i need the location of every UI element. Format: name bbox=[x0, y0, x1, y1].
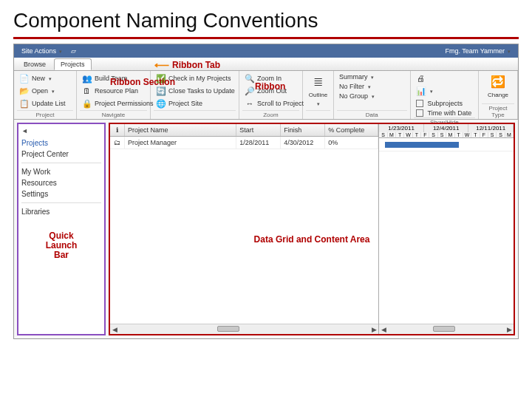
change-type-button[interactable]: 🔁Change bbox=[482, 72, 514, 99]
site-icon: 🌐 bbox=[156, 98, 166, 109]
caret-icon bbox=[366, 83, 371, 90]
gantt-week-header: 1/23/2011 12/4/2011 12/11/2011 bbox=[379, 124, 514, 132]
filter-select[interactable]: No Filter bbox=[337, 82, 377, 91]
group-select[interactable]: No Group bbox=[337, 92, 377, 100]
divider bbox=[21, 202, 101, 203]
print-button[interactable]: 🖨 bbox=[414, 72, 435, 84]
subprojects-toggle[interactable]: Subprojects bbox=[414, 99, 474, 108]
hscroll-left[interactable]: ◀ ▶ bbox=[110, 324, 378, 334]
caret-icon bbox=[47, 75, 52, 82]
ql-libraries[interactable]: Libraries bbox=[21, 206, 101, 217]
new-button[interactable]: 📄New bbox=[17, 72, 68, 84]
section-label-project: Project bbox=[17, 110, 73, 118]
section-label-zoom: Zoom bbox=[242, 110, 299, 118]
gantt-grid: 1/23/2011 12/4/2011 12/11/2011 SMTWTFSSM… bbox=[379, 124, 514, 334]
ribbon: 📄New 📂Open 📋Update List Project 👥Build T… bbox=[14, 71, 518, 120]
checkbox-icon bbox=[416, 109, 423, 117]
view-value: Summary bbox=[339, 73, 368, 81]
ql-project-center[interactable]: Project Center bbox=[21, 149, 101, 160]
checkbox-icon bbox=[416, 100, 423, 107]
scroll-right-icon[interactable]: ▶ bbox=[369, 325, 378, 334]
col-icon[interactable]: ℹ bbox=[110, 124, 125, 136]
callout-ribbon-section: Ribbon Section bbox=[110, 77, 175, 87]
week-cell: 1/23/2011 bbox=[379, 124, 424, 132]
callout-quick-launch: Quick Launch Bar bbox=[40, 231, 83, 261]
outline-label: Outline bbox=[309, 92, 327, 98]
col-start[interactable]: Start bbox=[236, 124, 281, 136]
new-icon: 📄 bbox=[19, 73, 30, 83]
outline-button[interactable]: ≣Outline bbox=[306, 72, 330, 108]
cell-pct: 0% bbox=[325, 137, 378, 149]
resource-plan-label: Resource Plan bbox=[95, 87, 138, 95]
scroll-right-icon[interactable]: ▶ bbox=[505, 325, 514, 334]
week-cell: 12/4/2011 bbox=[424, 124, 469, 132]
ql-projects[interactable]: Projects bbox=[21, 137, 101, 149]
ql-resources[interactable]: Resources bbox=[21, 177, 101, 188]
open-button[interactable]: 📂Open bbox=[17, 85, 68, 97]
user-label: Fmg. Team Yammer bbox=[445, 47, 505, 55]
site-actions-label: Site Actions bbox=[21, 47, 56, 55]
tab-projects[interactable]: Projects bbox=[54, 58, 92, 70]
ribbon-section-data: Summary No Filter No Group Data bbox=[334, 71, 411, 119]
view-select[interactable]: Summary bbox=[337, 72, 377, 81]
scroll-left-icon[interactable]: ◀ bbox=[110, 325, 119, 334]
zoom-out-icon: 🔎 bbox=[245, 86, 255, 96]
project-permissions-button[interactable]: 🔒Project Permissions bbox=[80, 98, 156, 109]
col-finish[interactable]: Finish bbox=[281, 124, 325, 136]
ribbon-section-outline: ≣Outline bbox=[303, 71, 334, 119]
scroll-to-button[interactable]: ↔Scroll to Project bbox=[242, 98, 306, 109]
gantt-bar[interactable] bbox=[385, 142, 459, 148]
change-label: Change bbox=[488, 92, 508, 98]
col-pct[interactable]: % Complete bbox=[325, 124, 378, 136]
project-site-label: Project Site bbox=[168, 100, 202, 107]
change-icon: 🔁 bbox=[490, 73, 506, 89]
up-icon[interactable]: ▱ bbox=[68, 47, 79, 55]
people-icon: 👥 bbox=[82, 73, 92, 83]
app-window: Site Actions ▱ Fmg. Team Yammer Browse P… bbox=[13, 44, 519, 339]
quicklaunch-collapse[interactable]: ◄ bbox=[21, 127, 101, 134]
row-icon: 🗂 bbox=[110, 137, 125, 149]
cell-finish: 4/30/2012 bbox=[281, 137, 325, 149]
tab-browse[interactable]: Browse bbox=[17, 58, 52, 70]
update-list-button[interactable]: 📋Update List bbox=[17, 98, 68, 109]
grid-header-row: ℹ Project Name Start Finish % Complete bbox=[110, 124, 378, 137]
site-actions-menu[interactable]: Site Actions bbox=[18, 47, 65, 55]
scroll-thumb[interactable] bbox=[433, 326, 455, 332]
time-date-toggle[interactable]: Time with Date bbox=[414, 109, 474, 117]
subprojects-label: Subprojects bbox=[428, 100, 463, 107]
new-label: New bbox=[32, 75, 45, 82]
project-site-button[interactable]: 🌐Project Site bbox=[154, 98, 237, 109]
project-grid: ℹ Project Name Start Finish % Complete 🗂… bbox=[110, 124, 379, 334]
grid-row[interactable]: 🗂 Project Manager 1/28/2011 4/30/2012 0% bbox=[110, 137, 378, 149]
list-icon: 📋 bbox=[19, 98, 30, 109]
slide-title: Component Naming Conventions bbox=[0, 0, 532, 37]
ribbon-section-project: 📄New 📂Open 📋Update List Project bbox=[14, 71, 77, 119]
col-project-name[interactable]: Project Name bbox=[125, 124, 236, 136]
title-divider bbox=[13, 37, 519, 39]
ql-my-work[interactable]: My Work bbox=[21, 166, 101, 177]
scroll-thumb[interactable] bbox=[217, 326, 239, 332]
caret-icon bbox=[370, 92, 375, 100]
user-menu[interactable]: Fmg. Team Yammer bbox=[442, 47, 514, 55]
close-icon: 🔄 bbox=[156, 86, 166, 96]
open-icon: 📂 bbox=[19, 86, 30, 96]
scroll-to-label: Scroll to Project bbox=[257, 100, 304, 107]
gantt-day-header: SMTWTFSSMTWTFSSM bbox=[379, 132, 514, 138]
caret-icon bbox=[58, 48, 62, 55]
export-button[interactable]: 📊 bbox=[414, 85, 435, 97]
permissions-label: Project Permissions bbox=[95, 100, 154, 107]
update-list-label: Update List bbox=[32, 100, 66, 107]
gantt-row bbox=[379, 138, 514, 151]
ql-settings[interactable]: Settings bbox=[21, 188, 101, 200]
top-bar: Site Actions ▱ Fmg. Team Yammer bbox=[14, 44, 518, 58]
check-in-label: Check in My Projects bbox=[168, 75, 231, 82]
quick-launch-bar: ◄ Projects Project Center My Work Resour… bbox=[17, 123, 106, 335]
callout-ribbon: Ribbon bbox=[255, 81, 285, 92]
excel-icon: 📊 bbox=[416, 86, 426, 96]
section-label-type: Project Type bbox=[482, 103, 514, 118]
time-date-label: Time with Date bbox=[428, 109, 472, 117]
callout-data-grid: Data Grid and Content Area bbox=[254, 234, 370, 245]
hscroll-right[interactable]: ◀ ▶ bbox=[379, 324, 514, 334]
scroll-left-icon[interactable]: ◀ bbox=[379, 325, 388, 334]
ribbon-section-showhide: 🖨 📊 Subprojects Time with Date Show/Hide bbox=[411, 71, 479, 119]
